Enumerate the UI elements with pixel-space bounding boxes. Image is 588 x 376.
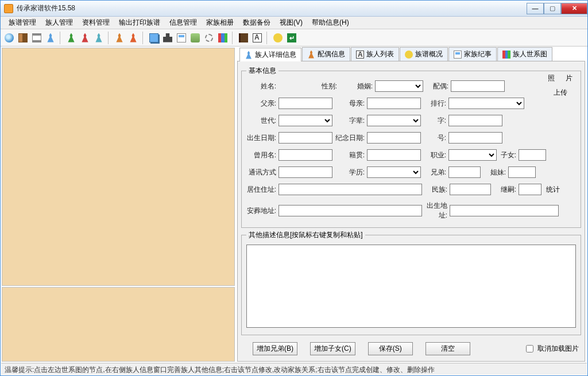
label-brothers: 兄弟: (423, 168, 446, 177)
label-rank: 排行: (423, 99, 446, 108)
tree-panel[interactable] (2, 48, 235, 286)
heir-input[interactable] (519, 184, 541, 195)
tb-user-del[interactable] (79, 32, 91, 44)
label-education: 学历: (335, 168, 365, 177)
label-birth: 出生日期: (246, 133, 276, 143)
green-arrow-icon: ↵ (287, 33, 296, 42)
memorial-input[interactable] (367, 132, 421, 144)
font-icon (253, 33, 262, 42)
add-brother-button[interactable]: 增加兄弟(B) (253, 342, 297, 355)
upload-button[interactable]: 上传 (554, 88, 567, 98)
spouse-input[interactable] (451, 80, 505, 92)
label-memorial: 纪念日期: (335, 133, 365, 143)
font-icon (356, 51, 364, 59)
clear-button[interactable]: 清空 (425, 342, 470, 355)
minimize-button[interactable] (527, 3, 544, 14)
menu-backup[interactable]: 数据备份 (238, 17, 275, 29)
marriage-select[interactable] (375, 80, 423, 92)
native-input[interactable] (367, 149, 421, 161)
label-job: 职业: (423, 150, 446, 160)
tb-book[interactable] (17, 32, 29, 44)
close-button[interactable] (561, 3, 587, 14)
tb-font[interactable] (251, 32, 264, 44)
menu-resource[interactable]: 资料管理 (78, 17, 114, 29)
tb-bubble[interactable] (272, 32, 284, 44)
tab-detail[interactable]: 族人详细信息 (239, 48, 301, 61)
hao-input[interactable] (448, 132, 502, 144)
tab-overview[interactable]: 族谱概况 (400, 47, 448, 61)
bubble-icon (273, 33, 283, 42)
label-marriage: 婚姻: (350, 82, 373, 91)
tb-sheet[interactable] (175, 32, 188, 44)
birthplace-input[interactable] (450, 205, 559, 216)
brothers-input[interactable] (448, 166, 481, 178)
label-spouse: 配偶: (425, 82, 448, 91)
birth-input[interactable] (278, 132, 332, 144)
menu-print[interactable]: 输出打印族谱 (114, 17, 165, 29)
tab-events[interactable]: 家族纪事 (448, 47, 497, 61)
chart-icon (502, 51, 510, 59)
add-child-button[interactable]: 增加子女(C) (310, 342, 355, 355)
tb-gear[interactable] (203, 32, 215, 44)
window-title: 传承家谱软件15.58 (17, 3, 75, 13)
cancel-load-image[interactable]: 取消加载图片 (524, 343, 579, 354)
burial-input[interactable] (278, 205, 422, 216)
bottom-panel[interactable] (2, 287, 235, 362)
mother-input[interactable] (367, 98, 421, 109)
maximize-button[interactable] (544, 3, 561, 14)
label-birthplace: 出生地址: (424, 201, 447, 220)
tb-find[interactable] (161, 32, 174, 44)
save-button[interactable]: 保存(S) (368, 342, 413, 355)
tb-list[interactable] (30, 32, 43, 44)
label-father: 父亲: (246, 99, 276, 108)
tb-book2[interactable] (237, 32, 250, 44)
menu-view[interactable]: 视图(V) (275, 17, 307, 29)
tab-list[interactable]: 族人列表 (351, 47, 399, 61)
users-orange-icon (129, 33, 138, 42)
tab-lineage[interactable]: 族人世系图 (497, 47, 552, 61)
menu-album[interactable]: 家族相册 (202, 17, 238, 29)
rank-select[interactable] (448, 98, 524, 109)
tb-globe[interactable] (3, 32, 16, 44)
menu-help[interactable]: 帮助信息(H) (307, 17, 354, 29)
sisters-input[interactable] (508, 166, 536, 178)
menu-genealogy[interactable]: 族谱管理 (4, 17, 41, 29)
menu-member[interactable]: 族人管理 (41, 17, 78, 29)
sheet-icon (177, 33, 186, 42)
user-red-icon (80, 33, 90, 42)
alias-input[interactable] (278, 149, 332, 161)
tb-copy[interactable] (148, 32, 160, 44)
education-select[interactable] (367, 166, 421, 178)
toolbar: ↵ (1, 29, 587, 46)
genword-select[interactable] (367, 115, 421, 126)
children-input[interactable] (519, 149, 546, 161)
tb-user-add[interactable] (65, 32, 78, 44)
tb-green[interactable]: ↵ (285, 32, 298, 44)
generation-select[interactable] (278, 115, 332, 126)
ethnic-input[interactable] (450, 184, 491, 195)
app-icon (4, 4, 13, 13)
tb-user-edit[interactable] (92, 32, 105, 44)
contact-input[interactable] (278, 166, 332, 178)
job-select[interactable] (448, 149, 497, 161)
menu-info[interactable]: 信息管理 (165, 17, 202, 29)
label-genword: 字辈: (335, 116, 365, 126)
label-burial: 安葬地址: (246, 206, 276, 216)
father-input[interactable] (278, 98, 332, 109)
tab-spouse[interactable]: 配偶信息 (302, 47, 350, 61)
addr-input[interactable] (278, 184, 422, 195)
tb-users1[interactable] (113, 32, 126, 44)
other-info-textarea[interactable] (246, 245, 576, 328)
tabs: 族人详细信息 配偶信息 族人列表 族谱概况 家族纪事 族人世系图 (237, 48, 585, 61)
tb-chart[interactable] (216, 32, 229, 44)
tb-db[interactable] (189, 32, 202, 44)
chart-icon (218, 33, 227, 42)
photo-label: 照 片 (544, 73, 577, 83)
tb-users2[interactable] (127, 32, 140, 44)
user-green-icon (67, 33, 76, 42)
other-info-legend: 其他描述信息[按鼠标右键复制和粘贴] (246, 230, 365, 240)
tb-user[interactable] (44, 32, 57, 44)
label-addr: 居住住址: (246, 185, 276, 195)
word-input[interactable] (448, 115, 502, 126)
cancel-load-image-checkbox[interactable] (526, 345, 533, 352)
